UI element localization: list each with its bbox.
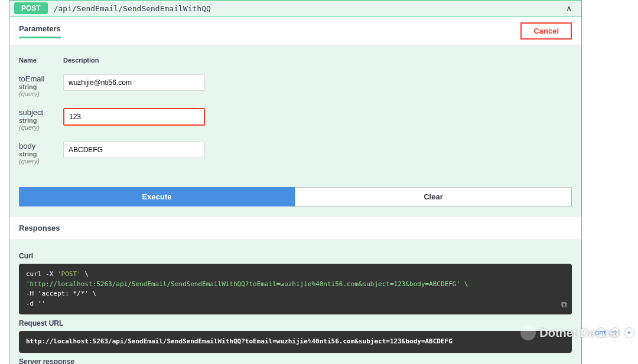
operation-path: /api/SendEmail/SendSendEmailWithQQ	[54, 4, 211, 13]
chevron-up-icon[interactable]: ∧	[566, 4, 572, 13]
param-type: string	[19, 150, 63, 158]
toEmail-input[interactable]	[63, 74, 205, 91]
side-tool-icons: GPT 中 ✦	[595, 327, 634, 338]
clear-button[interactable]: Clear	[295, 187, 572, 206]
request-url-label: Request URL	[19, 319, 572, 327]
gpt-icon[interactable]: GPT	[595, 327, 606, 338]
body-input[interactable]	[63, 142, 205, 158]
lang-icon[interactable]: 中	[610, 327, 620, 338]
execute-button[interactable]: Execute	[19, 187, 295, 206]
operation-header[interactable]: POST /api/SendEmail/SendSendEmailWithQQ …	[9, 1, 581, 17]
param-name: subject	[19, 108, 63, 117]
param-in: (query)	[19, 158, 63, 165]
responses-title: Responses	[19, 224, 572, 232]
subject-input[interactable]	[63, 108, 205, 126]
param-row: toEmail string (query)	[19, 74, 572, 97]
col-name: Name	[19, 57, 63, 64]
copy-icon[interactable]: ⧉	[561, 299, 567, 311]
curl-label: Curl	[19, 252, 572, 260]
col-description: Description	[63, 57, 99, 64]
cancel-button[interactable]: Cancel	[520, 22, 572, 40]
responses-header: Responses	[9, 216, 581, 240]
param-name: body	[19, 142, 63, 150]
param-name: toEmail	[19, 74, 63, 83]
param-in: (query)	[19, 90, 63, 97]
swagger-operation: POST /api/SendEmail/SendSendEmailWithQQ …	[9, 0, 582, 364]
tool-icon[interactable]: ✦	[624, 327, 634, 338]
param-type: string	[19, 117, 63, 124]
method-badge: POST	[14, 2, 48, 14]
param-in: (query)	[19, 124, 63, 131]
request-url-block: http://localhost:5263/api/SendEmail/Send…	[19, 331, 572, 353]
server-response-label: Server response	[19, 358, 572, 365]
responses-body: Curl curl -X 'POST' \ 'http://localhost:…	[9, 240, 581, 364]
parameters-table: Name Description toEmail string (query) …	[9, 46, 581, 187]
param-row: body string (query)	[19, 142, 572, 165]
curl-block: curl -X 'POST' \ 'http://localhost:5263/…	[19, 264, 572, 314]
action-row: Execute Clear	[9, 187, 581, 216]
parameters-header: Parameters Cancel	[9, 17, 581, 46]
param-type: string	[19, 83, 63, 90]
param-row: subject string (query)	[19, 108, 572, 131]
parameters-title: Parameters	[19, 24, 61, 38]
